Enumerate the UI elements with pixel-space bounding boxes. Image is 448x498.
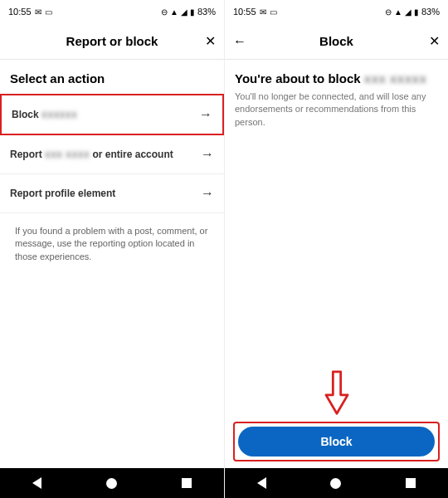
- nav-recent-icon[interactable]: [182, 478, 192, 488]
- content: You're about to block xxx xxxxx You'll n…: [225, 60, 448, 370]
- action-label-suffix: or entire account: [92, 149, 173, 160]
- arrow-right-icon: →: [201, 147, 214, 162]
- bottom-area: Block: [225, 422, 448, 468]
- action-report-account[interactable]: Report xxx xxxx or entire account →: [0, 135, 224, 174]
- back-icon[interactable]: ←: [233, 34, 246, 49]
- nav-back-icon[interactable]: [32, 477, 41, 489]
- gmail-icon: ✉: [260, 7, 266, 17]
- page-title: Block: [225, 34, 448, 48]
- status-left: 10:55 ✉ ▭: [233, 7, 277, 17]
- action-list: Block xxxxxx → Report xxx xxxx or entire…: [0, 94, 224, 213]
- signal-icon: ◢: [405, 7, 411, 17]
- action-label-prefix: Report: [10, 149, 42, 160]
- status-bar: 10:55 ✉ ▭ ⊖ ▲ ◢ ▮ 83%: [0, 0, 224, 23]
- battery-icon: ▮: [414, 7, 419, 17]
- screen-block-confirm: 10:55 ✉ ▭ ⊖ ▲ ◢ ▮ 83% ← Block ✕ You're a…: [224, 0, 448, 498]
- status-time: 10:55: [8, 7, 32, 17]
- action-block-user[interactable]: Block xxxxxx →: [0, 94, 224, 135]
- redacted-name: xxx xxxxx: [364, 71, 426, 85]
- dnd-icon: ⊖: [161, 7, 168, 17]
- status-time: 10:55: [233, 7, 256, 17]
- annotation-arrow: [225, 370, 448, 417]
- page-title: Report or block: [0, 34, 224, 48]
- section-title: Select an action: [10, 71, 214, 85]
- status-right: ⊖ ▲ ◢ ▮ 83%: [161, 7, 216, 17]
- topbar: Report or block ✕: [0, 23, 224, 60]
- close-icon[interactable]: ✕: [429, 33, 440, 49]
- block-description: You'll no longer be connected, and will …: [235, 90, 438, 129]
- annotation-highlight: Block: [233, 422, 440, 461]
- gmail-icon: ✉: [35, 7, 41, 17]
- action-label: Block: [12, 109, 39, 120]
- arrow-down-icon: [321, 370, 353, 417]
- messages-icon: ▭: [45, 7, 52, 17]
- wifi-icon: ▲: [170, 7, 178, 17]
- nav-recent-icon[interactable]: [406, 478, 416, 488]
- android-navbar: [225, 468, 448, 498]
- messages-icon: ▭: [270, 7, 277, 17]
- block-heading-text: You're about to block: [235, 71, 361, 85]
- helper-text: If you found a problem with a post, comm…: [10, 213, 214, 275]
- status-battery: 83%: [421, 7, 440, 17]
- close-icon[interactable]: ✕: [205, 33, 216, 49]
- nav-home-icon[interactable]: [330, 478, 341, 489]
- arrow-right-icon: →: [201, 186, 214, 201]
- topbar: ← Block ✕: [225, 23, 448, 60]
- status-left: 10:55 ✉ ▭: [8, 7, 52, 17]
- block-heading: You're about to block xxx xxxxx: [235, 71, 438, 85]
- block-button[interactable]: Block: [238, 427, 435, 456]
- status-battery: 83%: [197, 7, 216, 17]
- dnd-icon: ⊖: [385, 7, 392, 17]
- wifi-icon: ▲: [394, 7, 402, 17]
- status-right: ⊖ ▲ ◢ ▮ 83%: [385, 7, 440, 17]
- signal-icon: ◢: [181, 7, 187, 17]
- arrow-right-icon: →: [199, 107, 212, 122]
- action-label: Report profile element: [10, 188, 115, 199]
- nav-home-icon[interactable]: [106, 478, 117, 489]
- redacted-name: xxxxxx: [41, 109, 77, 120]
- content: Select an action Block xxxxxx → Report x…: [0, 60, 224, 468]
- nav-back-icon[interactable]: [257, 477, 266, 489]
- battery-icon: ▮: [190, 7, 195, 17]
- action-report-profile-element[interactable]: Report profile element →: [0, 174, 224, 213]
- redacted-name: xxx xxxx: [45, 149, 90, 160]
- android-navbar: [0, 468, 224, 498]
- screen-report-or-block: 10:55 ✉ ▭ ⊖ ▲ ◢ ▮ 83% Report or block ✕ …: [0, 0, 224, 498]
- status-bar: 10:55 ✉ ▭ ⊖ ▲ ◢ ▮ 83%: [225, 0, 448, 23]
